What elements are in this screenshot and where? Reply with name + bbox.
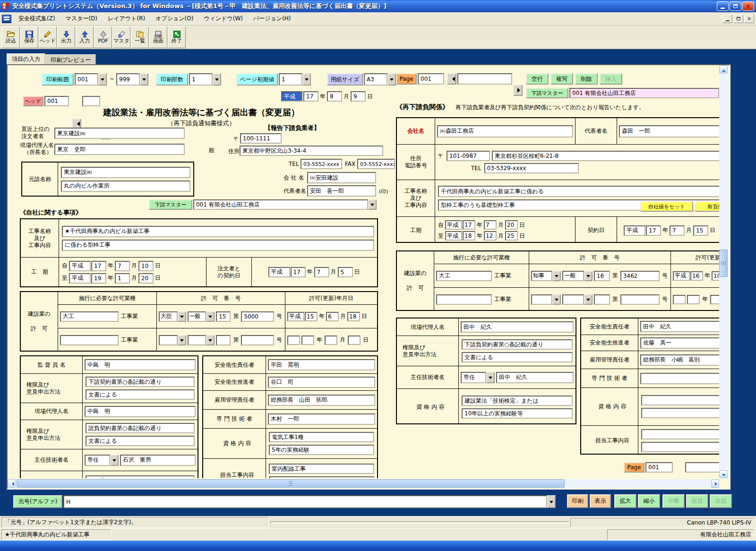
chief-engineer-field[interactable]: 石沢 重男	[120, 455, 196, 466]
head-slider-track[interactable]	[82, 96, 100, 106]
chevron-down-icon[interactable]	[178, 335, 186, 345]
mdi-minimize-button[interactable]	[722, 15, 732, 23]
era-field[interactable]: 平成	[673, 271, 690, 281]
era-field[interactable]: 平成	[445, 231, 462, 241]
chevron-down-icon[interactable]	[552, 294, 561, 305]
charge-line2-field[interactable]	[269, 476, 374, 478]
month-field[interactable]: 12	[484, 231, 497, 241]
right-works-line1-field[interactable]: 千代田商事丸の内ビル新築工事に係わる	[438, 186, 719, 197]
month-field[interactable]: 7	[314, 267, 329, 277]
tab-item-input[interactable]: 項目の入力	[7, 53, 45, 64]
safety-officer-field[interactable]: 平田 晃明	[268, 359, 375, 370]
year-field[interactable]: 18	[463, 231, 475, 241]
era-field[interactable]: 平成	[624, 225, 645, 236]
day-field[interactable]: 25	[505, 231, 518, 241]
set-own-values-button[interactable]: 自社値をセット	[640, 201, 693, 212]
mdi-restore-button[interactable]	[733, 15, 743, 23]
month-field[interactable]: 10	[712, 271, 719, 281]
right-address-field[interactable]: 東京都杉並区桜町6-21-8	[492, 151, 719, 161]
reporter-fax-field[interactable]: 03-5552-xxxx	[357, 159, 395, 169]
copies-combo[interactable]: 1	[189, 73, 221, 86]
year-field[interactable]: 17	[91, 261, 106, 271]
left-permit-type-field[interactable]: 大工	[60, 311, 119, 322]
left-permit-class-combo-2[interactable]	[188, 335, 215, 345]
right-permit-year-field[interactable]: 16	[594, 271, 610, 281]
qualification-line2-field[interactable]: 5年の実務経験	[269, 445, 374, 455]
chief-type-combo[interactable]: 専任	[85, 455, 119, 466]
right-chief-field[interactable]: 田中 紀久	[496, 372, 574, 383]
right-qual-line1-field[interactable]: 建設業法「技術検定」または	[462, 396, 573, 406]
chevron-down-icon[interactable]	[302, 73, 311, 86]
right-agent-field[interactable]: 田中 紀久	[461, 321, 574, 333]
minimize-button[interactable]	[717, 1, 729, 11]
left-permit-number-field[interactable]: 5000	[241, 311, 274, 322]
prev-page-button[interactable]: 前頁	[686, 494, 708, 508]
page-slider-track[interactable]	[457, 73, 512, 85]
right-permit-year-field-2[interactable]	[594, 294, 610, 305]
right-safety-officer-field[interactable]: 田中 紀久	[640, 321, 719, 332]
print-button[interactable]: 印刷	[567, 494, 588, 508]
right2-qual-line2-field[interactable]	[641, 408, 719, 418]
day-field[interactable]: 20	[138, 273, 154, 284]
pause-button[interactable]: 中断	[662, 494, 685, 508]
restore-button[interactable]	[730, 1, 741, 11]
print-range-from-combo[interactable]: 001	[75, 73, 107, 86]
month-field[interactable]: 1	[115, 273, 130, 284]
master-button[interactable]: マスタ	[112, 26, 130, 48]
head-number-field[interactable]: 001	[44, 96, 69, 106]
list-button[interactable]: 一覧	[131, 26, 149, 48]
right-safety-promoter-field[interactable]: 佐藤 真一	[640, 337, 719, 349]
month-field[interactable]: 7	[670, 225, 685, 236]
era-field[interactable]: 平成	[268, 267, 290, 277]
zoom-out-button[interactable]: 縮小	[638, 494, 660, 508]
year-field[interactable]: 16	[690, 271, 703, 281]
delete-row-button[interactable]: 削除	[575, 73, 598, 85]
set-previous-page-button[interactable]: 前頁値	[695, 201, 719, 212]
authority1-line1-field[interactable]: 下請契約書第○条記載の通り	[86, 377, 195, 387]
safety-promoter-field[interactable]: 谷口 司	[268, 377, 375, 388]
empty-era-field[interactable]	[673, 295, 686, 304]
chevron-down-icon[interactable]	[206, 311, 215, 322]
era-field[interactable]: 平成	[445, 220, 462, 230]
page2-slider-track[interactable]	[685, 462, 719, 473]
right-company-field[interactable]: ㈲森田工務店	[437, 125, 573, 138]
chevron-down-icon[interactable]	[584, 294, 593, 305]
empty-era-field[interactable]	[287, 336, 300, 345]
left-agent-field[interactable]: 中島 明	[85, 406, 196, 417]
chevron-down-icon[interactable]	[552, 271, 561, 281]
vertical-scroll-thumb[interactable]	[719, 250, 728, 277]
authority1-line2-field[interactable]: 文書による	[86, 389, 195, 400]
era-field[interactable]: 平成	[281, 91, 303, 102]
insert-row-button[interactable]: 挿入	[600, 73, 622, 85]
month-field[interactable]: 6	[326, 312, 339, 321]
chevron-down-icon[interactable]	[213, 73, 221, 86]
left-permit-year-field-2[interactable]	[216, 335, 231, 345]
chevron-down-icon[interactable]	[140, 73, 148, 86]
right-permit-type-field[interactable]: 大工	[436, 271, 492, 281]
right-permit-number-field[interactable]: 3462	[620, 271, 660, 281]
left-permit-authority-combo-2[interactable]	[159, 335, 186, 345]
screen-button[interactable]: 画面	[149, 26, 167, 48]
site-agent-field[interactable]: 東京 史郎	[54, 144, 185, 155]
chevron-down-icon[interactable]	[178, 311, 186, 322]
scroll-right-arrow[interactable]	[711, 479, 719, 488]
empty-month-field[interactable]	[710, 295, 719, 304]
horizontal-scrollbar[interactable]	[8, 479, 719, 488]
page2-number-field[interactable]: 001	[645, 462, 673, 473]
orderer-field[interactable]: 東京建設㈱	[54, 128, 185, 139]
menu-window[interactable]: ウィンドウ(W)	[198, 13, 248, 25]
head-button[interactable]: ヘッド	[39, 26, 57, 48]
left-permit-type-field-2[interactable]	[60, 335, 119, 345]
right-chief-type-combo[interactable]: 専任	[461, 372, 495, 383]
right2-qual-line1-field[interactable]	[641, 395, 719, 405]
page-prev-arrow[interactable]	[447, 73, 456, 85]
employment-manager-field[interactable]: 総務部長 山田 拓郎	[268, 395, 375, 406]
right-charge-line2-field[interactable]	[641, 442, 719, 452]
day-field[interactable]: 10	[138, 261, 154, 271]
year-field[interactable]: 17	[303, 91, 318, 102]
month-field[interactable]: 8	[327, 91, 342, 102]
sub-master-combo-left[interactable]: 001 有限会社山田工務店	[193, 199, 377, 210]
year-field[interactable]: 19	[91, 273, 106, 284]
view-button[interactable]: 表示	[590, 494, 611, 508]
right-permit-class-combo-2[interactable]	[562, 294, 592, 305]
